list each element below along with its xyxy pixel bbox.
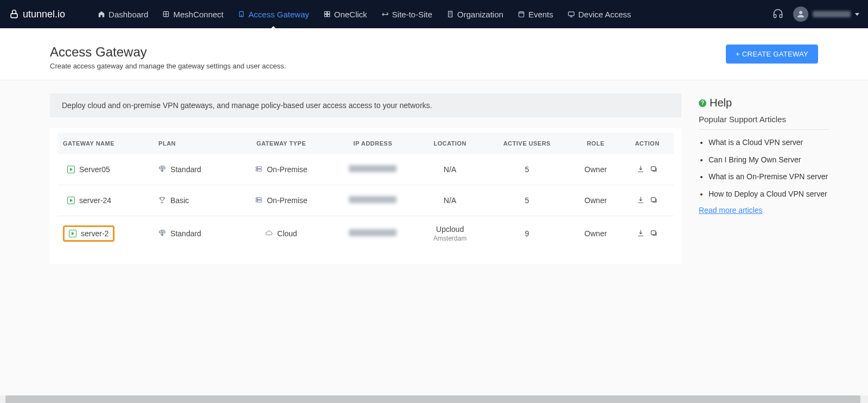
status-running-icon [67, 197, 75, 204]
location-label: Upcloud [422, 225, 477, 234]
create-gateway-button[interactable]: + CREATE GATEWAY [726, 45, 818, 64]
connect-icon[interactable] [650, 196, 658, 205]
support-icon[interactable] [773, 8, 783, 21]
nav-right [773, 7, 859, 22]
gateway-name-link[interactable]: Server05 [63, 163, 114, 176]
nav-label: MeshConnect [173, 10, 224, 19]
svg-point-20 [257, 200, 257, 201]
connect-icon[interactable] [650, 229, 658, 238]
col-ip: IP ADDRESS [329, 133, 417, 154]
active-users: 5 [483, 185, 571, 216]
info-banner: Deploy cloud and on-premise VPN gateways… [50, 93, 681, 117]
diamond-icon [158, 229, 166, 238]
svg-rect-16 [651, 166, 655, 170]
main-content: Deploy cloud and on-premise VPN gateways… [50, 93, 681, 264]
help-article-link[interactable]: How to Deploy a Cloud VPN server [709, 189, 829, 200]
gateway-name: Server05 [79, 165, 110, 174]
location-label: N/A [422, 165, 477, 174]
nav-label: Events [528, 10, 553, 19]
gateway-name-link[interactable]: server-24 [63, 194, 116, 207]
help-article-link[interactable]: What is a Cloud VPN server [709, 137, 829, 148]
col-type: GATEWAY TYPE [234, 133, 329, 154]
svg-rect-21 [651, 197, 655, 201]
gateway-name-link[interactable]: server-2 [63, 225, 114, 242]
location-label: N/A [422, 196, 477, 205]
site-to-site-icon [381, 10, 389, 18]
download-icon[interactable] [637, 165, 644, 174]
download-icon[interactable] [637, 196, 644, 205]
nav-oneclick[interactable]: OneClick [323, 2, 367, 27]
download-icon[interactable] [637, 229, 644, 238]
table-row: server-2StandardCloudUpcloudAmsterdam9Ow… [58, 216, 674, 251]
nav-label: Site-to-Site [392, 10, 432, 19]
help-article-link[interactable]: What is an On-Premise VPN server [709, 172, 829, 182]
col-name: GATEWAY NAME [58, 133, 153, 154]
page-title: Access Gateway [50, 45, 286, 60]
brand-text: utunnel.io [23, 9, 65, 20]
nav-site-to-site[interactable]: Site-to-Site [381, 2, 432, 27]
nav-label: Organization [457, 10, 503, 19]
chevron-down-icon [855, 13, 859, 16]
svg-rect-10 [568, 12, 574, 16]
page-subtitle: Create access gateway and manage the gat… [50, 62, 286, 70]
nav-label: Access Gateway [248, 10, 309, 19]
user-name-redacted [813, 11, 851, 17]
table-row: Server05StandardOn-PremiseN/A5Owner [58, 154, 674, 185]
type-label: On-Premise [267, 196, 308, 205]
meshconnect-icon [162, 10, 170, 18]
user-menu[interactable] [793, 7, 859, 22]
oneclick-icon [323, 10, 331, 18]
dashboard-icon [98, 10, 105, 18]
svg-rect-0 [11, 14, 17, 17]
brand-logo[interactable]: utunnel.io [9, 9, 65, 20]
help-article-link[interactable]: Can I Bring My Own Server [709, 155, 829, 166]
nav-label: Dashboard [108, 10, 148, 19]
type-label: Cloud [277, 229, 297, 238]
horizontal-scrollbar[interactable] [0, 395, 868, 403]
type-label: On-Premise [267, 165, 308, 174]
organization-icon [446, 10, 454, 18]
svg-point-3 [241, 15, 241, 16]
nav-access-gateway[interactable]: Access Gateway [238, 2, 309, 27]
active-users: 5 [483, 154, 571, 185]
nav-events[interactable]: Events [518, 2, 553, 27]
svg-rect-22 [651, 230, 655, 234]
server-icon [255, 196, 263, 205]
svg-point-19 [257, 198, 257, 199]
diamond-icon [158, 165, 166, 174]
svg-rect-5 [327, 11, 329, 14]
page-header: Access Gateway Create access gateway and… [0, 28, 868, 80]
help-header: ? Help [699, 97, 829, 109]
lock-icon [9, 9, 20, 20]
col-users: ACTIVE USERS [483, 133, 571, 154]
nav-dashboard[interactable]: Dashboard [98, 2, 148, 27]
nav-meshconnect[interactable]: MeshConnect [162, 2, 224, 27]
gateway-table-card: GATEWAY NAME PLAN GATEWAY TYPE IP ADDRES… [50, 128, 681, 264]
ip-redacted [349, 196, 397, 203]
gateway-table: GATEWAY NAME PLAN GATEWAY TYPE IP ADDRES… [58, 133, 674, 251]
top-nav: utunnel.io DashboardMeshConnectAccess Ga… [0, 0, 868, 28]
device-access-icon [567, 10, 575, 18]
gateway-name: server-2 [81, 229, 108, 238]
status-running-icon [69, 230, 76, 237]
svg-rect-9 [519, 12, 524, 17]
scrollbar-thumb[interactable] [5, 395, 860, 403]
help-articles: What is a Cloud VPN serverCan I Bring My… [699, 137, 829, 199]
nav-device-access[interactable]: Device Access [567, 2, 631, 27]
role-label: Owner [571, 185, 621, 216]
role-label: Owner [571, 216, 621, 251]
status-running-icon [67, 166, 75, 173]
col-plan: PLAN [153, 133, 234, 154]
svg-rect-4 [324, 11, 327, 14]
help-subtitle: Popular Support Articles [699, 115, 829, 130]
trophy-icon [158, 196, 166, 205]
svg-point-15 [257, 169, 257, 170]
nav-organization[interactable]: Organization [446, 2, 503, 27]
svg-rect-7 [327, 15, 329, 17]
avatar [793, 7, 808, 22]
plan-label: Standard [170, 165, 201, 174]
read-more-link[interactable]: Read more articles [699, 206, 763, 215]
location-sub: Amsterdam [422, 235, 477, 242]
connect-icon[interactable] [650, 165, 658, 174]
table-row: server-24BasicOn-PremiseN/A5Owner [58, 185, 674, 216]
